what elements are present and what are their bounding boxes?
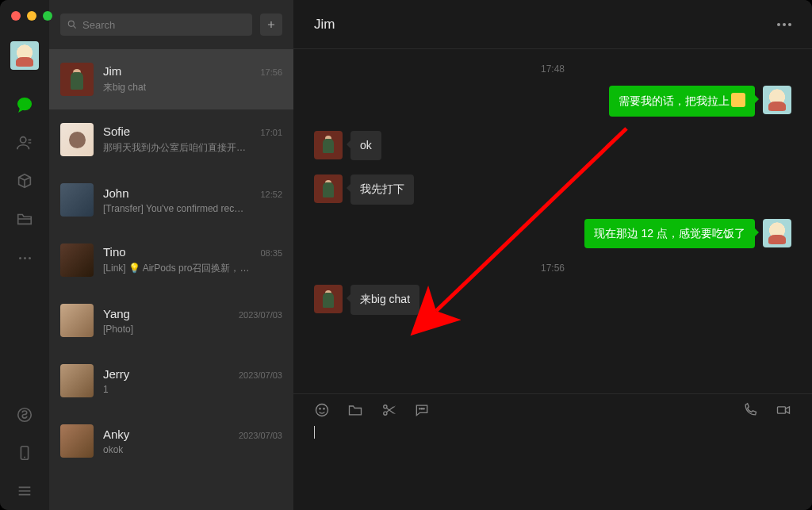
- chat-item-john[interactable]: John12:52 [Transfer] You've confirmed re…: [49, 170, 293, 230]
- chat-history-icon: [414, 402, 430, 418]
- miniprogram-icon: [16, 406, 33, 424]
- avatar: [60, 304, 94, 337]
- svg-point-7: [324, 408, 324, 409]
- message-list[interactable]: 17:48 需要我的话，把我拉上 ok 我先打下 现在那边 12 点，感觉要吃饭…: [293, 49, 812, 393]
- avatar: [60, 243, 94, 277]
- nav-chats[interactable]: [0, 86, 49, 124]
- svg-point-11: [421, 408, 422, 409]
- chat-list: Jim17:56 来big chat Sofie17:01 那明天我到办公室后咱…: [49, 49, 293, 510]
- chat-item-sofie[interactable]: Sofie17:01 那明天我到办公室后咱们直接开…: [49, 109, 293, 170]
- chat-time: 2023/07/03: [239, 310, 282, 320]
- new-chat-button[interactable]: [260, 13, 282, 36]
- chat-bubble-icon: [16, 96, 33, 113]
- message-bubble: 需要我的话，把我拉上: [609, 86, 755, 117]
- avatar: [60, 183, 94, 217]
- search-box[interactable]: [60, 13, 252, 36]
- compose-toolbar: [314, 402, 791, 418]
- file-button[interactable]: [347, 402, 363, 418]
- chat-item-anky[interactable]: Anky2023/07/03 okok: [49, 411, 293, 471]
- minimize-window-button[interactable]: [27, 11, 36, 21]
- chat-item-yang[interactable]: Yang2023/07/03 [Photo]: [49, 290, 293, 351]
- chat-title: Jim: [314, 17, 335, 33]
- nav-contacts[interactable]: [0, 124, 49, 162]
- chat-more-button[interactable]: [777, 23, 791, 26]
- svg-rect-13: [778, 407, 786, 413]
- chat-time: 12:52: [260, 190, 282, 199]
- chat-name: Tino: [103, 245, 126, 259]
- phone-call-icon: [742, 402, 758, 418]
- chat-item-jim[interactable]: Jim17:56 来big chat: [49, 49, 293, 109]
- nav-favorites[interactable]: [0, 162, 49, 200]
- chat-list-panel: Jim17:56 来big chat Sofie17:01 那明天我到办公室后咱…: [49, 0, 293, 510]
- avatar: [763, 86, 791, 114]
- compose-input[interactable]: [314, 426, 791, 497]
- chat-item-jerry[interactable]: Jerry2023/07/03 1: [49, 351, 293, 411]
- message-sent[interactable]: 需要我的话，把我拉上: [314, 86, 791, 117]
- close-window-button[interactable]: [11, 11, 21, 21]
- chat-list-header: [49, 0, 293, 49]
- screenshot-button[interactable]: [381, 402, 396, 418]
- video-icon: [776, 402, 791, 418]
- chat-item-tino[interactable]: Tino08:35 [Link] 💡 AirPods pro召回换新，…: [49, 230, 293, 290]
- plus-icon: [266, 19, 277, 30]
- nav-miniprogram[interactable]: [0, 396, 49, 434]
- message-received[interactable]: 我先打下: [314, 174, 791, 205]
- time-divider: 17:56: [314, 263, 791, 274]
- chat-time: 08:35: [260, 248, 282, 258]
- message-bubble: 我先打下: [350, 174, 414, 205]
- emoji-button[interactable]: [314, 402, 330, 418]
- avatar: [60, 63, 94, 96]
- chat-time: 17:01: [260, 128, 282, 137]
- phone-icon: [16, 444, 33, 462]
- svg-point-6: [320, 408, 320, 409]
- chat-time: 17:56: [260, 67, 282, 77]
- avatar: [60, 123, 94, 156]
- avatar: [314, 174, 343, 203]
- nav-menu[interactable]: [0, 472, 49, 510]
- avatar: [60, 364, 94, 397]
- message-bubble: ok: [350, 131, 381, 161]
- hamburger-icon: [16, 482, 33, 500]
- chat-name: Anky: [103, 428, 129, 441]
- message-received[interactable]: 来big chat: [314, 285, 791, 315]
- chat-preview: okok: [103, 444, 282, 455]
- message-received[interactable]: ok: [314, 131, 791, 161]
- nav-files[interactable]: [0, 200, 49, 238]
- chat-preview: 那明天我到办公室后咱们直接开…: [103, 141, 282, 155]
- emoji-icon: [731, 93, 745, 107]
- voice-call-button[interactable]: [742, 402, 758, 418]
- compose-area: [293, 393, 812, 510]
- time-divider: 17:48: [314, 63, 791, 75]
- contacts-icon: [16, 134, 33, 151]
- avatar: [314, 131, 343, 159]
- chat-time: 2023/07/03: [239, 370, 282, 380]
- chat-name: Jerry: [103, 367, 129, 381]
- nav-more-apps[interactable]: [0, 238, 49, 276]
- search-icon: [67, 19, 78, 30]
- video-call-button[interactable]: [776, 402, 791, 418]
- chat-name: Jim: [103, 64, 121, 78]
- fullscreen-window-button[interactable]: [43, 11, 52, 21]
- svg-point-8: [384, 412, 387, 415]
- history-button[interactable]: [414, 402, 430, 418]
- chat-preview: [Photo]: [103, 324, 282, 335]
- message-text: 需要我的话，把我拉上: [619, 94, 730, 107]
- scissors-icon: [381, 402, 396, 418]
- svg-point-12: [423, 408, 424, 409]
- chat-preview: 来big chat: [103, 81, 282, 94]
- app-window: Jim17:56 来big chat Sofie17:01 那明天我到办公室后咱…: [0, 0, 812, 510]
- search-input[interactable]: [82, 19, 246, 31]
- svg-point-10: [419, 408, 420, 409]
- nav-phone[interactable]: [0, 434, 49, 472]
- message-sent[interactable]: 现在那边 12 点，感觉要吃饭了: [314, 219, 791, 249]
- smiley-icon: [314, 402, 330, 418]
- chat-preview: [Link] 💡 AirPods pro召回换新，…: [103, 262, 282, 275]
- user-avatar[interactable]: [10, 41, 39, 70]
- chat-time: 2023/07/03: [239, 431, 282, 440]
- folder-icon: [347, 402, 363, 418]
- chat-preview: [Transfer] You've confirmed rec…: [103, 203, 282, 214]
- avatar: [60, 424, 94, 458]
- message-bubble: 现在那边 12 点，感觉要吃饭了: [584, 219, 755, 249]
- avatar: [763, 219, 791, 247]
- avatar: [314, 285, 343, 313]
